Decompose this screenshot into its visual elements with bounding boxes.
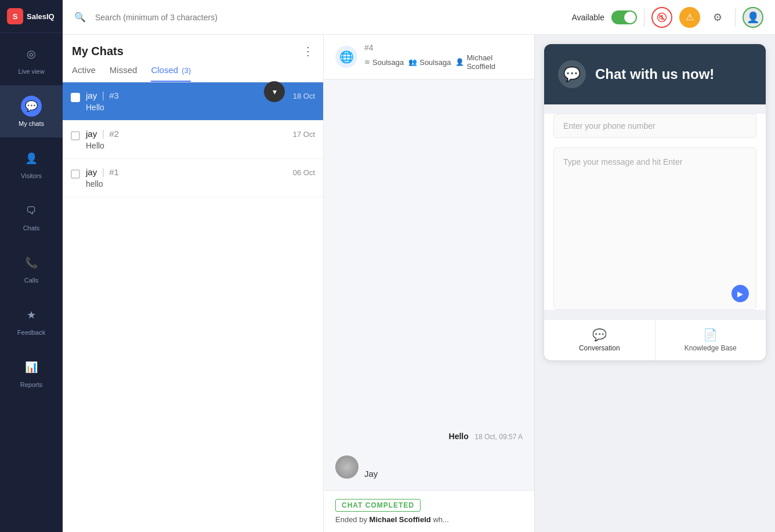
- sidebar-label-calls: Calls: [24, 277, 38, 284]
- available-toggle[interactable]: [611, 10, 637, 24]
- sidebar-item-reports[interactable]: 📊 Reports: [0, 346, 63, 399]
- sidebar-item-live-view[interactable]: ◎ Live view: [0, 33, 63, 85]
- live-view-icon: ◎: [21, 44, 42, 64]
- topbar-divider: [644, 8, 644, 27]
- ended-by-name: Michael Scoffield: [370, 515, 431, 524]
- breadcrumb-dept-label: Soulsaga: [419, 58, 451, 67]
- widget-header: 💬 Chat with us now!: [544, 44, 766, 104]
- chat-completed-text: Ended by Michael Scoffield wh...: [335, 515, 523, 524]
- chat-item-name-1: jay | #3: [86, 91, 119, 101]
- chat-detail-header: 🌐 #4 ≋ Soulsaga 👥 Soulsaga 👤: [324, 35, 534, 79]
- chat-detail-breadcrumbs: ≋ Soulsaga 👥 Soulsaga 👤 Michael Scoffiel…: [364, 53, 523, 71]
- chat-preview-2: Hello: [86, 141, 315, 150]
- message-block: Hello 18 Oct, 09:57 A: [335, 431, 523, 441]
- chat-list-header: My Chats ⋮: [63, 35, 323, 58]
- avatar-image: [335, 455, 358, 479]
- chat-checkbox-3[interactable]: [71, 169, 80, 179]
- widget-chat-box: 💬 Chat with us now! Enter your phone num…: [544, 44, 766, 360]
- main-content: 🔍 Available ⚠ ⚙ 👤 My C: [63, 0, 775, 532]
- chat-name-1: jay: [86, 91, 97, 100]
- sidebar-label-feedback: Feedback: [17, 329, 45, 336]
- message-sender: Hello: [449, 432, 469, 441]
- mute-icon[interactable]: [651, 7, 672, 28]
- conversation-icon: 💬: [592, 328, 607, 342]
- chat-user-name: Jay: [364, 469, 378, 479]
- sidebar-label-visitors: Visitors: [21, 172, 42, 179]
- chat-name-3: jay: [86, 167, 97, 177]
- chat-items-list: jay | #3 18 Oct Hello: [63, 82, 323, 532]
- breadcrumb-department: 👥 Soulsaga: [408, 58, 451, 67]
- chat-checkbox-1[interactable]: [71, 93, 80, 102]
- sidebar-item-my-chats[interactable]: 💬 My chats: [0, 85, 63, 137]
- chat-messages: Hello 18 Oct, 09:57 A Jay: [324, 79, 534, 490]
- chat-item-name-2: jay | #2: [86, 129, 119, 139]
- tabs-row: Active Missed Closed (3): [63, 58, 323, 82]
- chat-item-top-2: jay | #2 17 Oct: [86, 129, 315, 139]
- chat-detail-info: #4 ≋ Soulsaga 👥 Soulsaga 👤 Michael Sco: [364, 43, 523, 71]
- salesiq-logo-icon: S: [7, 8, 23, 24]
- widget-tab-conversation[interactable]: 💬 Conversation: [544, 320, 656, 360]
- topbar-right: Available ⚠ ⚙ 👤: [571, 7, 763, 28]
- chat-date-3: 06 Oct: [293, 168, 315, 177]
- agent-icon: 👤: [455, 58, 464, 66]
- chat-list-panel: My Chats ⋮ Active Missed Closed (3) jay: [63, 35, 324, 532]
- widget-chat-icon: 💬: [558, 60, 586, 88]
- chat-date-1: 18 Oct: [293, 92, 315, 100]
- conversation-label: Conversation: [579, 344, 620, 352]
- chat-item-content-3: jay | #1 06 Oct hello: [86, 167, 315, 189]
- chat-item[interactable]: jay | #1 06 Oct hello: [63, 159, 323, 197]
- knowledge-base-label: Knowledge Base: [685, 344, 737, 352]
- message-user-row: Jay: [335, 455, 523, 479]
- tab-closed[interactable]: Closed (3): [151, 65, 191, 82]
- logo-text: SalesIQ: [27, 12, 55, 21]
- chats-icon: 🗨: [21, 200, 42, 221]
- sidebar-label-live-view: Live view: [18, 68, 44, 75]
- breadcrumb-agent-label: Michael Scoffield: [466, 53, 523, 71]
- tab-closed-count: (3): [182, 66, 191, 75]
- sidebar-nav: ◎ Live view 💬 My chats 👤 Visitors 🗨 Chat…: [0, 33, 63, 532]
- knowledge-base-icon: 📄: [703, 328, 718, 342]
- settings-icon[interactable]: ⚙: [707, 7, 728, 28]
- tab-active[interactable]: Active: [72, 65, 96, 82]
- widget-tab-knowledge-base[interactable]: 📄 Knowledge Base: [656, 320, 766, 360]
- scroll-down-button[interactable]: ▾: [264, 81, 285, 102]
- breadcrumb-agent: 👤 Michael Scoffield: [455, 53, 523, 71]
- my-chats-icon: 💬: [21, 96, 42, 117]
- sidebar-item-visitors[interactable]: 👤 Visitors: [0, 137, 63, 190]
- sidebar-label-my-chats: My chats: [19, 120, 44, 127]
- chat-item[interactable]: jay | #2 17 Oct Hello: [63, 121, 323, 159]
- widget-message-area[interactable]: Type your message and hit Enter ▶: [553, 147, 756, 310]
- chat-list-title: My Chats: [72, 45, 124, 58]
- sidebar: S SalesIQ ◎ Live view 💬 My chats 👤 Visit…: [0, 0, 63, 532]
- ended-by-label: Ended by: [335, 515, 367, 524]
- message-text: Hello 18 Oct, 09:57 A: [449, 431, 523, 441]
- chat-preview-1: Hello: [86, 103, 315, 112]
- chat-detail-num: #4: [364, 43, 523, 52]
- search-icon: 🔍: [74, 12, 86, 23]
- content-row: My Chats ⋮ Active Missed Closed (3) jay: [63, 35, 775, 532]
- widget-send-button[interactable]: ▶: [731, 285, 749, 302]
- available-label: Available: [571, 13, 604, 22]
- sidebar-item-chats[interactable]: 🗨 Chats: [0, 190, 63, 242]
- sidebar-item-feedback[interactable]: ★ Feedback: [0, 294, 63, 346]
- message-timestamp: 18 Oct, 09:57 A: [475, 433, 523, 441]
- widget-footer: 💬 Conversation 📄 Knowledge Base: [544, 319, 766, 360]
- reports-icon: 📊: [21, 357, 42, 378]
- alert-icon[interactable]: ⚠: [679, 7, 700, 28]
- tab-missed[interactable]: Missed: [110, 65, 137, 82]
- user-avatar[interactable]: 👤: [743, 7, 763, 28]
- sidebar-item-calls[interactable]: 📞 Calls: [0, 242, 63, 294]
- widget-phone-placeholder[interactable]: Enter your phone number: [553, 114, 756, 138]
- more-options-icon[interactable]: ⋮: [302, 44, 314, 58]
- chat-date-2: 17 Oct: [293, 130, 315, 139]
- user-avatar-chat: [335, 455, 358, 479]
- search-input[interactable]: [95, 13, 562, 22]
- feedback-icon: ★: [21, 305, 42, 325]
- chat-item-content-2: jay | #2 17 Oct Hello: [86, 129, 315, 150]
- chat-num-3: #1: [109, 167, 119, 177]
- chat-item-name-3: jay | #1: [86, 167, 119, 178]
- website-icon: ≋: [364, 58, 370, 66]
- chat-checkbox-2[interactable]: [71, 131, 80, 140]
- calls-icon: 📞: [21, 252, 42, 273]
- globe-icon: 🌐: [335, 46, 357, 68]
